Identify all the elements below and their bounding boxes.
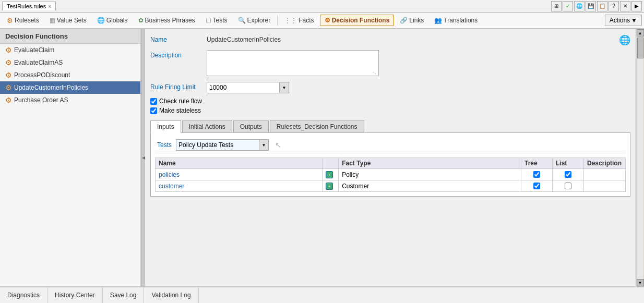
scroll-thumb[interactable]: [637, 38, 643, 58]
nav-tests[interactable]: ☐ Tests: [201, 15, 232, 26]
row1-tree-checkbox[interactable]: [533, 171, 540, 178]
col-tree-header: Tree: [521, 158, 553, 169]
save-icon[interactable]: 💾: [586, 1, 596, 11]
checkruleflow-checkbox[interactable]: [150, 98, 157, 105]
tabs-row: Inputs Initial Actions Outputs Rulesets_…: [150, 120, 630, 133]
nav-rulesets-label: Rulesets: [15, 17, 39, 24]
nav-businessphrases[interactable]: ✿ Business Phrases: [134, 15, 200, 26]
col-name-header: Name: [156, 158, 323, 169]
nav-rulesets[interactable]: ⚙ Rulesets: [2, 15, 44, 27]
rulefiring-input[interactable]: [207, 82, 280, 93]
evaluateclaim-label: EvaluateClaim: [14, 46, 54, 54]
evaluateclaimAS-label: EvaluateClaimAS: [14, 59, 63, 66]
description-input[interactable]: [207, 50, 379, 76]
sidebar-item-purchaseorder[interactable]: ⚙ Purchase Order AS: [0, 94, 140, 106]
makestateless-checkbox[interactable]: [150, 107, 157, 114]
nav-toolbar: ⚙ Rulesets ▦ Value Sets 🌐 Globals ✿ Busi…: [0, 13, 644, 29]
row2-list-cell: [553, 180, 584, 192]
status-tab-historycenter[interactable]: History Center: [47, 287, 103, 303]
nav-tests-label: Tests: [213, 17, 228, 24]
help-icon[interactable]: ?: [609, 1, 619, 11]
tests-select-input[interactable]: [176, 139, 259, 151]
row1-list-checkbox[interactable]: [565, 171, 571, 178]
rulefiring-label: Rule Firing Limit: [150, 82, 202, 91]
tab-content-area: Tests ▼ ↖ Name Fact Type Tree List Des: [150, 133, 630, 197]
check-icon[interactable]: ✓: [563, 1, 573, 11]
status-tab-savelog[interactable]: Save Log: [103, 287, 145, 303]
actions-label: Actions: [610, 17, 630, 24]
expand-icon[interactable]: ▶: [631, 1, 642, 11]
evaluateclaimAS-icon: ⚙: [5, 58, 12, 67]
nav-phrases-label: Business Phrases: [145, 17, 195, 24]
status-tab-validationlog[interactable]: Validation Log: [144, 287, 198, 303]
nav-links-label: Links: [409, 17, 424, 24]
scroll-up-btn[interactable]: ▲: [637, 29, 644, 37]
tests-select-container: ▼: [176, 139, 269, 151]
tab-rulesetsdecision[interactable]: Rulesets_Decision Functions: [270, 120, 364, 132]
tab-outputs[interactable]: Outputs: [233, 120, 269, 132]
df-icon: ⚙: [325, 17, 330, 24]
evaluateclaim-icon: ⚙: [5, 46, 12, 54]
table-row: policies + Policy: [156, 169, 626, 180]
collapse-handle[interactable]: ◀: [141, 29, 145, 286]
tab-initialactions[interactable]: Initial Actions: [182, 120, 232, 132]
close-icon[interactable]: ✕: [620, 1, 630, 11]
processpo-icon: ⚙: [5, 71, 12, 79]
actions-button[interactable]: Actions ▼: [605, 15, 642, 26]
rulesets-icon: ⚙: [7, 17, 13, 25]
tab-inputs[interactable]: Inputs: [150, 120, 181, 133]
row2-tree-checkbox[interactable]: [533, 183, 540, 189]
close-tab-icon[interactable]: ×: [48, 4, 51, 9]
nav-decisionfunctions[interactable]: ⚙ Decision Functions: [320, 15, 395, 26]
right-scrollbar[interactable]: ▲ ▼: [636, 29, 644, 286]
file-tab-label: TestRules.rules: [7, 3, 46, 9]
purchaseorder-label: Purchase Order AS: [14, 96, 68, 104]
left-panel: Decision Functions ⚙ EvaluateClaim ⚙ Eva…: [0, 29, 141, 286]
col-list-header: List: [553, 158, 584, 169]
collapse-arrow: ◀: [142, 155, 145, 160]
sidebar-item-evaluateclaimAS[interactable]: ⚙ EvaluateClaimAS: [0, 56, 140, 69]
nav-globals[interactable]: 🌐 Globals: [92, 15, 133, 26]
makestateless-row: Make stateless: [150, 107, 630, 114]
row2-list-checkbox[interactable]: [565, 183, 571, 189]
tests-icon: ☐: [206, 17, 211, 24]
row1-name[interactable]: policies: [156, 169, 323, 180]
nav-valuesets[interactable]: ▦ Value Sets: [45, 15, 91, 26]
file-tab[interactable]: TestRules.rules ×: [2, 2, 56, 10]
col-spacer: [323, 158, 339, 169]
globals-icon: 🌐: [97, 17, 105, 24]
row2-facttype: Customer: [339, 180, 521, 192]
left-panel-header: Decision Functions: [0, 29, 140, 44]
main-area: Decision Functions ⚙ EvaluateClaim ⚙ Eva…: [0, 29, 644, 286]
scroll-down-btn[interactable]: ▼: [637, 279, 644, 286]
row2-fact-icon: +: [326, 183, 333, 190]
sidebar-item-processpo[interactable]: ⚙ ProcessPODiscount: [0, 69, 140, 81]
sidebar-item-updatecustomer[interactable]: ⚙ UpdateCustomerInPolicies: [0, 81, 140, 94]
tests-dropdown-arrow[interactable]: ▼: [259, 139, 269, 151]
col-facttype-header: Fact Type: [339, 158, 521, 169]
actions-dropdown-icon: ▼: [631, 17, 637, 24]
nav-globals-label: Globals: [106, 17, 128, 24]
nav-explorer[interactable]: 🔍 Explorer: [233, 15, 276, 26]
row2-tree-cell: [521, 180, 553, 192]
checkruleflow-row: Check rule flow: [150, 98, 630, 105]
grid-icon[interactable]: ⊞: [551, 1, 562, 11]
title-bar: TestRules.rules × ⊞ ✓ 🌐 💾 📋 ? ✕ ▶: [0, 0, 644, 13]
description-row: Description ⋱: [150, 50, 630, 78]
table-row: customer + Customer: [156, 180, 626, 192]
row1-spacer: +: [323, 169, 339, 180]
description-label: Description: [150, 50, 202, 59]
right-panel: Name UpdateCustomerInPolicies 🌐 Descript…: [145, 29, 636, 286]
globe-icon[interactable]: 🌐: [574, 1, 585, 11]
nav-translations[interactable]: 👥 Translations: [430, 15, 482, 26]
nav-links[interactable]: 🔗 Links: [395, 15, 428, 26]
nav-facts[interactable]: ⋮⋮ Facts: [280, 15, 318, 26]
status-tab-diagnostics[interactable]: Diagnostics: [0, 287, 47, 303]
sidebar-item-evaluateclaim[interactable]: ⚙ EvaluateClaim: [0, 44, 140, 56]
row2-name[interactable]: customer: [156, 180, 323, 192]
valuesets-icon: ▦: [50, 17, 55, 24]
desc-expand-icon[interactable]: ⋱: [373, 71, 378, 77]
saveas-icon[interactable]: 📋: [597, 1, 607, 11]
nav-explorer-label: Explorer: [247, 17, 271, 24]
rulefiring-dropdown-arrow[interactable]: ▼: [280, 82, 289, 93]
